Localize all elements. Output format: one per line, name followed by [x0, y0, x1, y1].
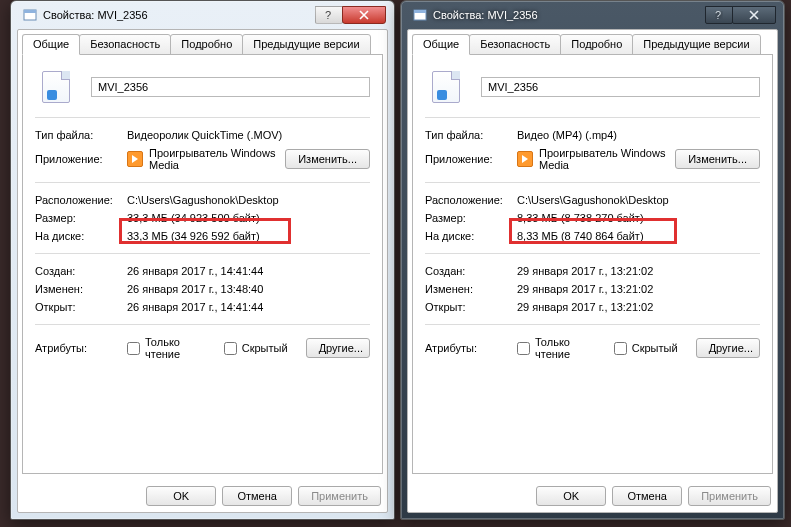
readonly-checkbox[interactable]: Только чтение	[517, 336, 596, 360]
size-label: Размер:	[425, 212, 517, 224]
accessed-label: Открыт:	[425, 301, 517, 313]
window-title: Свойства: MVI_2356	[433, 9, 706, 21]
wmp-icon	[127, 151, 143, 167]
titlebar[interactable]: Свойства: MVI_2356 ?	[17, 1, 388, 29]
size-label: Размер:	[35, 212, 127, 224]
svg-text:?: ?	[325, 11, 331, 19]
properties-window-right: Свойства: MVI_2356 ? Общие Безопасность …	[400, 0, 785, 520]
ondisk-label: На диске:	[425, 230, 517, 242]
file-type-icon	[35, 68, 77, 106]
tabstrip: Общие Безопасность Подробно Предыдущие в…	[22, 34, 383, 55]
help-button[interactable]: ?	[705, 6, 733, 24]
readonly-checkbox[interactable]: Только чтение	[127, 336, 206, 360]
close-button[interactable]	[732, 6, 776, 24]
titlebar[interactable]: Свойства: MVI_2356 ?	[407, 1, 778, 29]
window-icon	[23, 8, 37, 22]
ok-button[interactable]: OK	[146, 486, 216, 506]
window-body: Общие Безопасность Подробно Предыдущие в…	[407, 29, 778, 513]
svg-rect-4	[414, 10, 426, 13]
close-button[interactable]	[342, 6, 386, 24]
filetype-label: Тип файла:	[425, 129, 517, 141]
ondisk-value: 33,3 МБ (34 926 592 байт)	[127, 230, 370, 242]
readonly-label: Только чтение	[145, 336, 206, 360]
window-icon	[413, 8, 427, 22]
readonly-label: Только чтение	[535, 336, 596, 360]
tab-body-general: Тип файла: Видеоролик QuickTime (.MOV) П…	[22, 54, 383, 474]
accessed-value: 26 января 2017 г., 14:41:44	[127, 301, 370, 313]
app-value: Проигрыватель Windows Media	[149, 147, 285, 171]
accessed-value: 29 января 2017 г., 13:21:02	[517, 301, 760, 313]
tabstrip: Общие Безопасность Подробно Предыдущие в…	[412, 34, 773, 55]
svg-text:?: ?	[715, 11, 721, 19]
svg-rect-1	[24, 10, 36, 13]
dialog-footer: OK Отмена Применить	[18, 478, 387, 512]
file-type-icon	[425, 68, 467, 106]
modified-value: 26 января 2017 г., 13:48:40	[127, 283, 370, 295]
hidden-label: Скрытый	[632, 342, 678, 354]
tab-security[interactable]: Безопасность	[79, 34, 171, 55]
ondisk-label: На диске:	[35, 230, 127, 242]
tab-details[interactable]: Подробно	[170, 34, 243, 55]
change-app-button[interactable]: Изменить...	[285, 149, 370, 169]
tab-details[interactable]: Подробно	[560, 34, 633, 55]
tab-previous[interactable]: Предыдущие версии	[242, 34, 370, 55]
created-label: Создан:	[425, 265, 517, 277]
attrs-label: Атрибуты:	[425, 342, 517, 354]
window-body: Общие Безопасность Подробно Предыдущие в…	[17, 29, 388, 513]
app-label: Приложение:	[425, 153, 517, 165]
wmp-icon	[517, 151, 533, 167]
tab-body-general: Тип файла: Видео (MP4) (.mp4) Приложение…	[412, 54, 773, 474]
created-value: 29 января 2017 г., 13:21:02	[517, 265, 760, 277]
tab-security[interactable]: Безопасность	[469, 34, 561, 55]
created-label: Создан:	[35, 265, 127, 277]
help-button[interactable]: ?	[315, 6, 343, 24]
created-value: 26 января 2017 г., 14:41:44	[127, 265, 370, 277]
filename-input[interactable]	[481, 77, 760, 97]
ok-button[interactable]: OK	[536, 486, 606, 506]
size-value: 33,3 МБ (34 923 500 байт)	[127, 212, 370, 224]
hidden-checkbox[interactable]: Скрытый	[224, 342, 288, 355]
app-label: Приложение:	[35, 153, 127, 165]
location-label: Расположение:	[35, 194, 127, 206]
tab-general[interactable]: Общие	[22, 34, 80, 55]
apply-button[interactable]: Применить	[298, 486, 381, 506]
filetype-value: Видео (MP4) (.mp4)	[517, 129, 760, 141]
tab-previous[interactable]: Предыдущие версии	[632, 34, 760, 55]
properties-window-left: Свойства: MVI_2356 ? Общие Безопасность …	[10, 0, 395, 520]
modified-label: Изменен:	[35, 283, 127, 295]
attrs-label: Атрибуты:	[35, 342, 127, 354]
change-app-button[interactable]: Изменить...	[675, 149, 760, 169]
location-value: C:\Users\Gagushonok\Desktop	[517, 194, 760, 206]
dialog-footer: OK Отмена Применить	[408, 478, 777, 512]
hidden-checkbox[interactable]: Скрытый	[614, 342, 678, 355]
accessed-label: Открыт:	[35, 301, 127, 313]
location-value: C:\Users\Gagushonok\Desktop	[127, 194, 370, 206]
filename-input[interactable]	[91, 77, 370, 97]
modified-value: 29 января 2017 г., 13:21:02	[517, 283, 760, 295]
hidden-label: Скрытый	[242, 342, 288, 354]
window-title: Свойства: MVI_2356	[43, 9, 316, 21]
apply-button[interactable]: Применить	[688, 486, 771, 506]
modified-label: Изменен:	[425, 283, 517, 295]
ondisk-value: 8,33 МБ (8 740 864 байт)	[517, 230, 760, 242]
app-value: Проигрыватель Windows Media	[539, 147, 675, 171]
tab-general[interactable]: Общие	[412, 34, 470, 55]
filetype-label: Тип файла:	[35, 129, 127, 141]
size-value: 8,33 МБ (8 738 270 байт)	[517, 212, 760, 224]
cancel-button[interactable]: Отмена	[612, 486, 682, 506]
other-attrs-button[interactable]: Другие...	[696, 338, 760, 358]
location-label: Расположение:	[425, 194, 517, 206]
filetype-value: Видеоролик QuickTime (.MOV)	[127, 129, 370, 141]
other-attrs-button[interactable]: Другие...	[306, 338, 370, 358]
cancel-button[interactable]: Отмена	[222, 486, 292, 506]
